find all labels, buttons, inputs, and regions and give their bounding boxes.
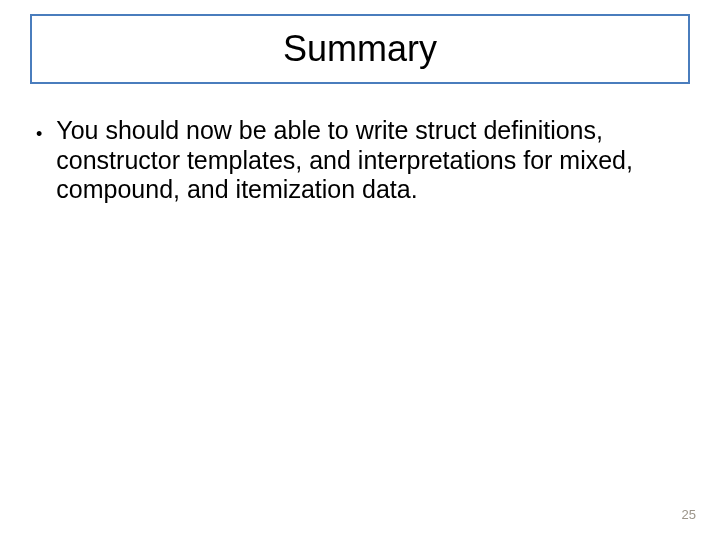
list-item: • You should now be able to write struct… (36, 116, 686, 205)
page-number: 25 (682, 507, 696, 522)
bullet-icon: • (36, 116, 42, 150)
bullet-text: You should now be able to write struct d… (56, 116, 686, 205)
content-area: • You should now be able to write struct… (36, 116, 686, 205)
title-box: Summary (30, 14, 690, 84)
slide-title: Summary (283, 28, 437, 70)
